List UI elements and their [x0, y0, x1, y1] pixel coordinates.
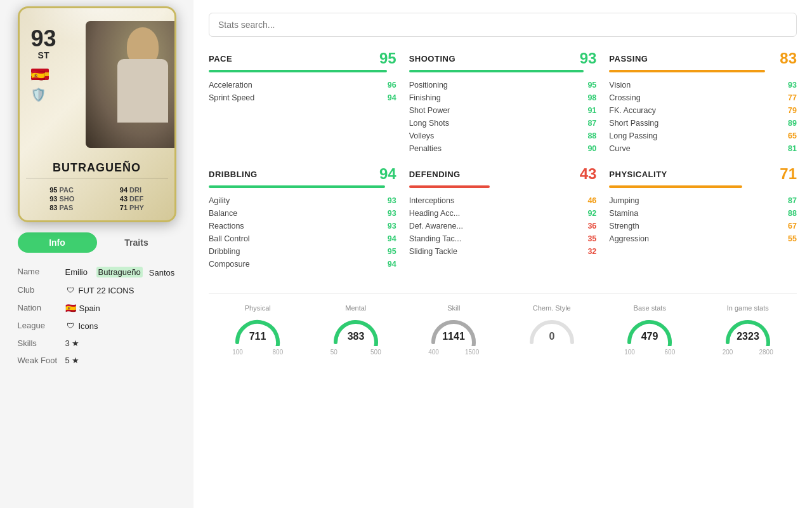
gauge-item-1: Mental38350500 [331, 304, 381, 356]
sub-stat-row: Composure94 [209, 258, 396, 271]
sub-stat-name-shooting-1: Finishing [409, 93, 441, 102]
info-row-nation: Nation 🇪🇸 Spain [18, 299, 176, 317]
sub-stat-value-dribbling-0: 93 [388, 196, 396, 205]
sub-stat-value-shooting-0: 95 [587, 81, 596, 90]
category-bar-pace [209, 70, 387, 72]
left-panel: 93 ST 🇪🇸 🛡️ BUTRAGUEÑO 95 PAC 93 SHO [0, 0, 193, 508]
info-value-nation: 🇪🇸 Spain [65, 303, 100, 313]
sub-stat-value-defending-4: 32 [587, 247, 596, 256]
info-label-club: Club [18, 285, 65, 295]
info-row-weakfoot: Weak Foot 5 ★ [18, 352, 176, 369]
gauge-label-2: Skill [447, 304, 460, 312]
sub-stat-name-shooting-3: Long Shots [409, 119, 449, 128]
category-passing: PASSING83Vision93Crossing77FK. Accuracy7… [609, 50, 797, 155]
gauge-value-5: 2323 [737, 331, 759, 342]
info-label-league: League [18, 321, 65, 330]
player-silhouette [86, 21, 176, 148]
sub-stat-row: Sliding Tackle32 [409, 245, 597, 258]
category-header-physicality: PHYSICALITY71 [609, 165, 797, 183]
category-label-defending: DEFENDING [409, 170, 461, 179]
name-highlighted: Butragueño [96, 267, 143, 277]
gauge-value-4: 479 [641, 331, 658, 342]
sub-stat-name-defending-2: Def. Awarene... [409, 222, 463, 231]
stats-search-input[interactable] [209, 13, 797, 37]
sub-stat-name-physicality-0: Jumping [609, 196, 639, 205]
category-value-shooting: 93 [580, 50, 597, 67]
category-value-pace: 95 [379, 50, 396, 67]
sub-stat-value-defending-0: 46 [587, 196, 596, 205]
sub-stat-row: Shot Power91 [409, 104, 597, 117]
gauge-label-3: Chem. Style [533, 304, 571, 312]
sub-stat-row: Long Shots87 [409, 117, 597, 130]
sub-stat-row: Agility93 [209, 194, 396, 207]
sub-stat-row: Jumping87 [609, 194, 797, 207]
sub-stat-name-defending-3: Standing Tac... [409, 234, 461, 243]
gauge-item-4: Base stats479100600 [624, 304, 675, 356]
gauge-value-2: 1141 [442, 331, 465, 342]
sub-stat-name-dribbling-4: Dribbling [209, 247, 240, 256]
card-stats-right: 94 DRI 43 DEF 71 PHY [120, 186, 144, 211]
sub-stat-value-dribbling-5: 94 [388, 260, 396, 269]
info-value-club: 🛡 FUT 22 ICONS [65, 285, 134, 295]
category-pace: PACE95Acceleration96Sprint Speed94 [209, 50, 396, 155]
category-label-passing: PASSING [609, 54, 648, 64]
sub-stat-row: Penalties90 [409, 142, 597, 155]
right-panel: PACE95Acceleration96Sprint Speed94SHOOTI… [193, 0, 812, 508]
name-last: Santos [149, 268, 174, 277]
info-value-weakfoot: 5 ★ [65, 356, 80, 365]
sub-stat-value-shooting-5: 90 [587, 144, 596, 153]
card-rating: 93 [31, 27, 56, 50]
card-rating-position: 93 ST [31, 27, 56, 60]
gauge-svg-1: 383 [331, 314, 381, 346]
card-stat-phy: 71 PHY [120, 204, 144, 211]
sub-stat-name-defending-4: Sliding Tackle [409, 247, 457, 256]
sub-stat-name-shooting-5: Penalties [409, 144, 442, 153]
sub-stat-value-passing-0: 93 [788, 81, 797, 90]
info-table: Name Emilio ButragueñoSantos Club 🛡 FUT … [18, 263, 176, 369]
info-value-skills: 3 ★ [65, 338, 80, 348]
card-stat-dri: 94 DRI [120, 186, 144, 194]
category-header-defending: DEFENDING43 [409, 165, 597, 183]
tab-traits[interactable]: Traits [97, 232, 176, 253]
tabs-row: Info Traits [18, 232, 176, 253]
sub-stat-name-dribbling-1: Balance [209, 209, 237, 218]
league-shield-icon: 🛡 [65, 321, 75, 331]
tab-info[interactable]: Info [18, 232, 97, 253]
sub-stat-value-defending-1: 92 [587, 209, 596, 218]
player-card: 93 ST 🇪🇸 🛡️ BUTRAGUEÑO 95 PAC 93 SHO [18, 6, 176, 222]
skills-stars: 3 ★ [65, 338, 80, 348]
sub-stat-value-shooting-4: 88 [587, 131, 596, 140]
card-position: ST [38, 50, 49, 60]
sub-stat-row: Aggression55 [609, 232, 797, 245]
sub-stat-name-dribbling-0: Agility [209, 196, 230, 205]
sub-stat-name-pace-1: Sprint Speed [209, 93, 254, 102]
gauge-range-4: 100600 [624, 349, 675, 356]
info-row-club: Club 🛡 FUT 22 ICONS [18, 281, 176, 299]
sub-stat-name-physicality-2: Strength [609, 222, 639, 231]
category-label-physicality: PHYSICALITY [609, 170, 667, 179]
gauge-svg-2: 1141 [428, 314, 479, 346]
sub-stat-value-dribbling-2: 93 [388, 222, 396, 231]
sub-stat-name-dribbling-2: Reactions [209, 222, 244, 231]
card-stat-pac: 95 PAC [49, 186, 74, 194]
sub-stat-value-physicality-0: 87 [788, 196, 797, 205]
info-row-name: Name Emilio ButragueñoSantos [18, 263, 176, 281]
sub-stat-value-passing-5: 81 [788, 144, 797, 153]
club-shield-icon: 🛡 [65, 285, 75, 295]
gauge-range-2: 4001500 [428, 349, 479, 356]
category-shooting: SHOOTING93Positioning95Finishing98Shot P… [409, 50, 597, 155]
sub-stat-row: Stamina88 [609, 207, 797, 220]
gauge-item-2: Skill11414001500 [428, 304, 479, 356]
sub-stat-name-defending-0: Interceptions [409, 196, 455, 205]
card-stats-left: 95 PAC 93 SHO 83 PAS [49, 186, 74, 211]
sub-stat-row: Heading Acc...92 [409, 207, 597, 220]
gauge-item-0: Physical711100800 [232, 304, 283, 356]
gauge-range-0: 100800 [232, 349, 283, 356]
sub-stat-name-pace-0: Acceleration [209, 81, 252, 90]
sub-stat-value-pace-1: 94 [388, 93, 396, 102]
name-first: Emilio [65, 267, 88, 277]
card-stat-pas: 83 PAS [49, 204, 74, 211]
category-dribbling: DRIBBLING94Agility93Balance93Reactions93… [209, 165, 396, 271]
gauge-range-1: 50500 [331, 349, 381, 356]
sub-stat-name-passing-2: FK. Accuracy [609, 106, 656, 115]
